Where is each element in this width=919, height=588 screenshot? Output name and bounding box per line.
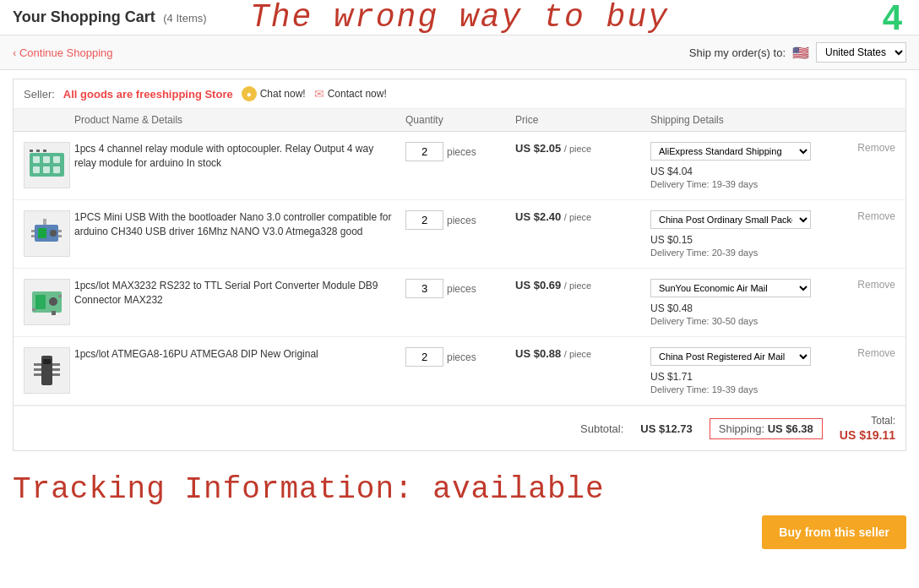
product-name: 1pcs 4 channel relay module with optocou…: [74, 142, 405, 171]
shipping-cost: US $4.04: [650, 166, 836, 177]
svg-rect-27: [34, 373, 41, 376]
buy-from-seller-button[interactable]: Buy from this seller: [762, 515, 906, 549]
shipping-cost: US $0.48: [650, 302, 836, 314]
remove-button[interactable]: Remove: [836, 279, 895, 291]
svg-point-16: [50, 230, 57, 237]
pieces-label: pieces: [447, 283, 476, 295]
shipping-select[interactable]: China Post Registered Air Mail: [650, 347, 811, 366]
remove-button[interactable]: Remove: [836, 210, 895, 222]
svg-rect-23: [58, 295, 62, 297]
quantity-cell: pieces: [405, 210, 515, 230]
chat-icon: ●: [242, 86, 257, 101]
pieces-label: pieces: [447, 215, 476, 226]
svg-rect-31: [43, 359, 51, 364]
svg-rect-25: [34, 363, 41, 366]
chat-label: Chat now!: [260, 88, 306, 100]
shipping-select[interactable]: SunYou Economic Air Mail: [650, 279, 811, 297]
total-amount: US $19.11: [840, 428, 895, 442]
subheader: Continue Shopping Ship my order(s) to: 🇺…: [0, 35, 919, 70]
cart-title-section: Your Shopping Cart (4 Items): [13, 8, 207, 26]
shipping-total-label: Shipping:: [719, 422, 764, 435]
seller-label: Seller:: [24, 88, 55, 101]
col-product: Product Name & Details: [74, 114, 405, 126]
shipping-cost: US $0.15: [650, 234, 836, 246]
shipping-select[interactable]: China Post Ordinary Small Packet: [650, 210, 811, 229]
quantity-input[interactable]: [405, 142, 443, 161]
chat-button[interactable]: ● Chat now!: [242, 86, 306, 101]
envelope-icon: ✉: [314, 87, 324, 101]
remove-button[interactable]: Remove: [836, 142, 895, 154]
table-row: 1pcs/lot ATMEGA8-16PU ATMEGA8 DIP New Or…: [14, 337, 905, 406]
col-blank: [24, 114, 74, 126]
product-name: 1pcs/lot MAX3232 RS232 to TTL Serial Por…: [74, 279, 405, 308]
seller-row: Seller: All goods are freeshipping Store…: [14, 79, 905, 109]
price-amount: US $0.88: [515, 347, 561, 360]
svg-rect-22: [32, 308, 35, 311]
svg-rect-11: [31, 230, 35, 232]
svg-rect-5: [43, 166, 50, 173]
total-section: Total: US $19.11: [840, 415, 895, 442]
totals-row: Subtotal: US $12.73 Shipping: US $6.38 T…: [14, 406, 905, 450]
quantity-input[interactable]: [405, 210, 443, 230]
svg-rect-15: [38, 228, 46, 238]
delivery-time: Delivery Time: 19-39 days: [650, 179, 836, 189]
product-name: 1PCS Mini USB With the bootloader Nano 3…: [74, 210, 405, 239]
quantity-input[interactable]: [405, 347, 443, 367]
watermark-text: The wrong way to buy: [250, 0, 669, 35]
svg-rect-7: [30, 150, 33, 152]
price-cell: US $2.05 / piece: [515, 142, 650, 155]
continue-shopping-link[interactable]: Continue Shopping: [13, 46, 113, 59]
seller-name: All goods are freeshipping Store: [63, 88, 233, 101]
shipping-cell: China Post Registered Air Mail US $1.71 …: [650, 347, 836, 395]
quantity-input[interactable]: [405, 279, 443, 298]
contact-label: Contact now!: [328, 88, 387, 100]
svg-rect-30: [52, 373, 60, 376]
delivery-time: Delivery Time: 30-50 days: [650, 316, 836, 326]
table-row: 1PCS Mini USB With the bootloader Nano 3…: [14, 200, 905, 269]
table-row: 1pcs 4 channel relay module with optocou…: [14, 132, 905, 200]
svg-rect-1: [33, 156, 40, 163]
country-select[interactable]: United States: [816, 42, 906, 63]
header: Your Shopping Cart (4 Items) The wrong w…: [0, 0, 919, 35]
product-image: [24, 279, 70, 325]
shipping-cell: SunYou Economic Air Mail US $0.48 Delive…: [650, 279, 836, 326]
svg-rect-8: [36, 150, 40, 152]
col-blank2: [836, 114, 895, 126]
ship-to-section: Ship my order(s) to: 🇺🇸 United States: [689, 42, 906, 63]
col-shipping: Shipping Details: [650, 114, 836, 126]
subtotal-label: Subtotal:: [580, 422, 623, 435]
svg-rect-17: [43, 219, 46, 225]
ship-to-label: Ship my order(s) to:: [689, 46, 786, 59]
svg-point-20: [49, 297, 57, 306]
col-price: Price: [515, 114, 650, 126]
svg-rect-14: [58, 235, 62, 237]
pieces-label: pieces: [447, 146, 476, 158]
price-cell: US $2.40 / piece: [515, 210, 650, 223]
per-piece: / piece: [564, 280, 591, 291]
subtotal-amount: US $12.73: [640, 422, 692, 435]
flag-icon: 🇺🇸: [792, 45, 809, 61]
quantity-cell: pieces: [405, 279, 515, 298]
svg-rect-9: [43, 150, 46, 152]
delivery-time: Delivery Time: 19-39 days: [650, 384, 836, 395]
svg-rect-28: [52, 363, 60, 366]
per-piece: / piece: [564, 349, 591, 359]
price-amount: US $2.40: [515, 210, 561, 223]
quantity-cell: pieces: [405, 347, 515, 367]
delivery-time: Delivery Time: 20-39 days: [650, 248, 836, 258]
quantity-cell: pieces: [405, 142, 515, 161]
product-image: [24, 142, 70, 188]
contact-button[interactable]: ✉ Contact now!: [314, 87, 387, 101]
svg-rect-4: [33, 166, 40, 173]
product-image: [24, 210, 70, 257]
pieces-label: pieces: [447, 351, 476, 363]
total-label: Total:: [871, 415, 895, 427]
cart-title: Your Shopping Cart: [13, 8, 155, 25]
shipping-select[interactable]: AliExpress Standard Shipping: [650, 142, 811, 161]
svg-rect-12: [31, 235, 35, 237]
svg-rect-19: [35, 295, 46, 309]
shipping-cell: China Post Ordinary Small Packet US $0.1…: [650, 210, 836, 258]
product-name: 1pcs/lot ATMEGA8-16PU ATMEGA8 DIP New Or…: [74, 347, 405, 362]
remove-button[interactable]: Remove: [836, 347, 895, 359]
per-piece: / piece: [564, 212, 591, 222]
